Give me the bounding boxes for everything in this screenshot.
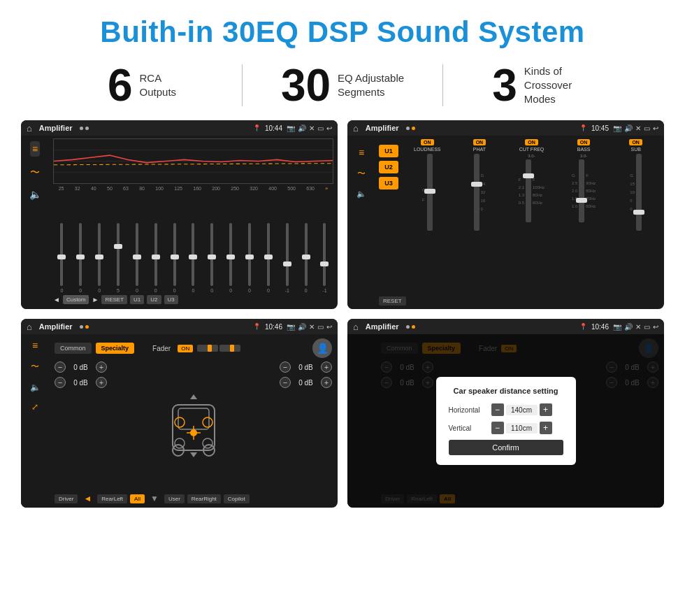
slider-track-5[interactable] [154,223,157,286]
slider-thumb-14[interactable] [320,262,329,266]
sub-track[interactable] [636,154,642,231]
back-icon-2[interactable]: ↩ [653,124,658,132]
slider-track-11[interactable] [267,223,270,286]
phat-track[interactable] [474,154,480,231]
dialog-horizontal-plus[interactable]: + [540,403,552,416]
u3-btn[interactable]: U3 [164,295,178,304]
sub-thumb[interactable] [633,210,644,215]
slider-track-13[interactable] [305,223,308,286]
db-minus-3[interactable]: − [280,361,291,373]
slider-track-0[interactable] [60,223,63,286]
slider-thumb-11[interactable] [264,255,273,259]
u1-btn[interactable]: U1 [130,295,144,304]
eq-sidebar-icon-3[interactable]: ≡ [32,340,38,351]
volume-sidebar-icon[interactable]: 🔈 [29,189,41,200]
fader-slider-mini[interactable] [197,345,240,352]
bass-on[interactable]: ON [577,139,591,145]
arrows-icon-3[interactable]: ⤢ [31,402,38,412]
copilot-btn[interactable]: Copilot [224,494,250,503]
slider-track-3[interactable] [117,223,120,286]
slider-thumb-9[interactable] [226,255,235,259]
down-arrow-btn[interactable]: ▼ [147,494,161,503]
slider-thumb-4[interactable] [133,255,141,259]
user-btn[interactable]: User [164,494,185,503]
db-val-4: 0 dB [294,379,318,387]
db-plus-4[interactable]: + [321,377,332,388]
wave-sidebar-icon-2[interactable]: 〜 [357,168,366,180]
rearright-btn[interactable]: RearRight [187,494,221,503]
slider-track-2[interactable] [98,223,101,286]
slider-thumb-6[interactable] [171,255,179,259]
dialog-vertical-plus[interactable]: + [540,422,552,434]
wave-icon[interactable]: 〜 [30,166,40,179]
db-plus-2[interactable]: + [96,377,107,388]
specialty-tab[interactable]: Specialty [96,343,135,354]
back-icon-4[interactable]: ↩ [653,323,658,331]
back-icon-1[interactable]: ↩ [326,124,332,132]
slider-thumb-10[interactable] [245,255,254,259]
db-minus-4[interactable]: − [280,377,291,388]
slider-track-14[interactable] [323,223,326,286]
eq-sidebar-icon-2[interactable]: ≡ [359,147,364,158]
cutfreq-thumb[interactable] [523,173,534,178]
reset-btn[interactable]: RESET [101,295,127,304]
all-btn[interactable]: All [130,494,145,503]
slider-thumb-3[interactable] [114,244,122,249]
eq-icon[interactable]: ≡ [30,141,40,157]
amp2-reset-btn[interactable]: RESET [379,296,406,306]
db-plus-1[interactable]: + [96,361,107,373]
slider-track-12[interactable] [286,223,289,286]
cutfreq-track[interactable] [526,159,531,222]
phat-thumb[interactable] [471,182,482,187]
avatar-icon[interactable]: 👤 [312,338,332,358]
slider-track-9[interactable] [229,223,232,286]
loudness-thumb[interactable] [424,189,435,194]
db-minus-1[interactable]: − [55,361,66,373]
slider-track-1[interactable] [79,223,82,286]
slider-thumb-2[interactable] [95,255,103,259]
slider-thumb-12[interactable] [283,262,291,266]
slider-track-6[interactable] [173,223,176,286]
common-tab[interactable]: Common [55,343,92,354]
slider-thumb-5[interactable] [152,255,160,259]
slider-thumb-7[interactable] [189,255,197,259]
back-icon-3[interactable]: ↩ [326,323,332,331]
dialog-vertical-minus[interactable]: − [491,422,504,434]
slider-thumb-1[interactable] [76,255,85,259]
fader-mini-thumb-2[interactable] [230,345,234,352]
next-arrow[interactable]: ► [92,296,99,303]
db-minus-2[interactable]: − [55,377,66,388]
db-plus-3[interactable]: + [321,361,332,373]
loudness-on[interactable]: ON [421,139,434,145]
preset-u2[interactable]: U2 [379,161,398,173]
preset-u3[interactable]: U3 [379,177,398,189]
custom-btn[interactable]: Custom [63,295,89,304]
slider-thumb-13[interactable] [302,255,310,259]
cutfreq-on[interactable]: ON [525,139,538,145]
prev-arrow[interactable]: ◄ [53,296,60,303]
u2-btn[interactable]: U2 [147,295,161,304]
slider-track-4[interactable] [136,223,138,286]
phat-on[interactable]: ON [473,139,486,145]
bass-thumb[interactable] [576,198,587,203]
vol-sidebar-icon-2[interactable]: 🔈 [356,189,366,199]
slider-track-10[interactable] [248,223,251,286]
wave-sidebar-icon-3[interactable]: 〜 [31,361,39,373]
fader-on-badge[interactable]: ON [178,345,193,352]
loudness-track[interactable] [427,154,433,231]
slider-thumb-8[interactable] [208,255,216,259]
left-arrow-btn[interactable]: ◄ [80,494,94,503]
more-arrow[interactable]: » [325,186,328,191]
slider-track-8[interactable] [210,223,213,286]
bass-track[interactable] [579,159,584,222]
driver-btn[interactable]: Driver [55,494,78,503]
vol-sidebar-icon-3[interactable]: 🔈 [30,382,41,392]
sub-on[interactable]: ON [629,139,642,145]
confirm-button[interactable]: Confirm [449,440,563,455]
fader-mini-thumb[interactable] [208,345,212,352]
preset-u1[interactable]: U1 [379,145,398,157]
dialog-horizontal-minus[interactable]: − [491,403,504,416]
slider-track-7[interactable] [192,223,194,286]
slider-thumb-0[interactable] [57,255,66,259]
rearleft-btn[interactable]: RearLeft [97,494,127,503]
